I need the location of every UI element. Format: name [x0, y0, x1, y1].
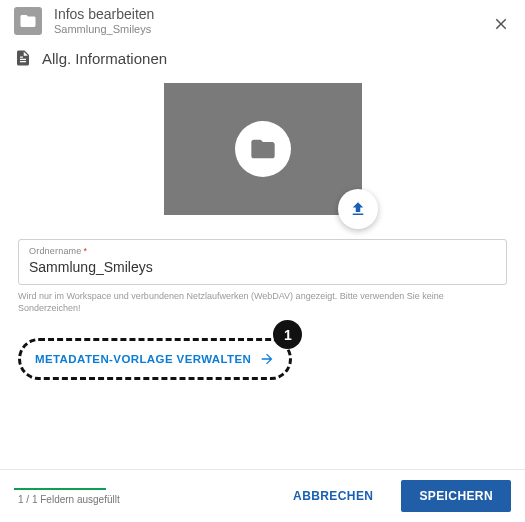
- folder-icon: [249, 135, 277, 163]
- field-label: Ordnername*: [29, 246, 496, 256]
- folder-icon: [14, 7, 42, 35]
- dialog-footer: 1 / 1 Feldern ausgefüllt ABBRECHEN SPEIC…: [0, 469, 525, 522]
- required-asterisk: *: [84, 246, 88, 256]
- dialog-content: Ordnername* Wird nur im Workspace und ve…: [0, 75, 525, 469]
- progress-fill: [14, 488, 106, 490]
- folder-preview: [164, 83, 362, 215]
- section-title: Allg. Informationen: [42, 50, 167, 67]
- save-button[interactable]: SPEICHERN: [401, 480, 511, 512]
- preview-wrap: [18, 75, 507, 225]
- close-icon: [492, 15, 510, 33]
- field-label-text: Ordnername: [29, 246, 82, 256]
- metadata-link-label: METADATEN-VORLAGE VERWALTEN: [35, 353, 251, 365]
- dialog-subtitle: Sammlung_Smileys: [54, 23, 154, 35]
- progress-bar: [14, 488, 106, 490]
- header-titles: Infos bearbeiten Sammlung_Smileys: [54, 6, 154, 35]
- dialog-header: Infos bearbeiten Sammlung_Smileys: [0, 0, 525, 39]
- section-header: Allg. Informationen: [0, 39, 525, 75]
- preview-circle: [235, 121, 291, 177]
- upload-icon: [349, 200, 367, 218]
- progress-text: 1 / 1 Feldern ausgefüllt: [18, 494, 120, 505]
- document-icon: [14, 49, 32, 67]
- dialog-title: Infos bearbeiten: [54, 6, 154, 22]
- edit-info-dialog: Infos bearbeiten Sammlung_Smileys Allg. …: [0, 0, 525, 522]
- cancel-button[interactable]: ABBRECHEN: [275, 480, 391, 512]
- metadata-link-wrap: METADATEN-VORLAGE VERWALTEN 1: [18, 338, 292, 380]
- arrow-right-icon: [259, 351, 275, 367]
- callout-badge-1: 1: [273, 320, 302, 349]
- progress-wrap: 1 / 1 Feldern ausgefüllt: [14, 488, 120, 505]
- foldername-input[interactable]: [29, 259, 496, 275]
- manage-metadata-template-button[interactable]: METADATEN-VORLAGE VERWALTEN: [18, 338, 292, 380]
- foldername-field[interactable]: Ordnername*: [18, 239, 507, 285]
- helper-text: Wird nur im Workspace und verbundenen Ne…: [18, 291, 507, 314]
- close-button[interactable]: [487, 10, 515, 38]
- upload-button[interactable]: [338, 189, 378, 229]
